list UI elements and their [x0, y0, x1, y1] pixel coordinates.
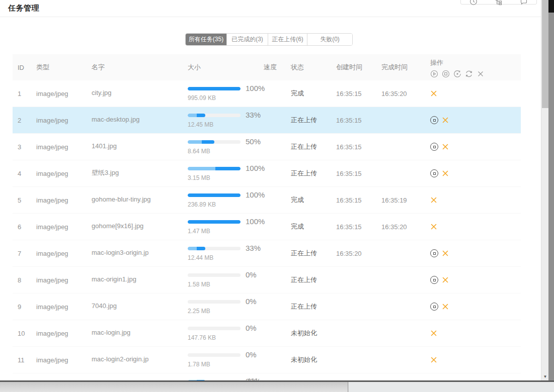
delete-task-button[interactable] — [442, 143, 449, 150]
stop-upload-button[interactable] — [430, 276, 438, 284]
cell-created-time: 16:35:15 — [336, 170, 381, 177]
stop-upload-button[interactable] — [430, 303, 438, 311]
cell-status: 正在上传 — [291, 116, 336, 125]
header-id: ID — [18, 64, 36, 71]
table-row: 10 image/jpeg mac-login.jpg 147.76 KB 0%… — [13, 320, 521, 347]
cell-progress: 1.78 MB 0% — [188, 347, 264, 373]
cell-status: 正在上传 — [291, 249, 336, 258]
cell-name: gohome[9x16].jpg — [92, 222, 188, 231]
file-name: 7040.jpg — [92, 302, 117, 310]
cell-id: 5 — [18, 197, 36, 204]
file-name: mac-origin1.jpg — [92, 275, 136, 283]
cell-name: 7040.jpg — [92, 302, 188, 311]
file-name: gohome-blur-tiny.jpg — [92, 195, 151, 203]
cell-actions — [430, 303, 521, 311]
history-clock-icon[interactable] — [469, 0, 478, 6]
message-bubble-icon[interactable] — [520, 0, 528, 6]
cell-name: city.jpg — [92, 89, 188, 98]
cell-id: 3 — [18, 143, 36, 151]
delete-task-button[interactable] — [430, 90, 437, 97]
cell-status: 正在上传 — [291, 275, 336, 284]
stop-circle-icon[interactable] — [442, 70, 450, 78]
cell-actions — [430, 276, 521, 284]
tab-completed[interactable]: 已完成的(3) — [226, 34, 268, 45]
background-window-dark-edge — [548, 0, 554, 13]
delete-task-button[interactable] — [430, 223, 437, 230]
close-all-icon[interactable] — [477, 70, 485, 78]
tab-failed[interactable]: 失败(0) — [307, 34, 352, 45]
scrollbar-down-button[interactable]: ▼ — [541, 373, 548, 380]
progress-percent: 0% — [246, 324, 257, 332]
file-name: mac-login3-origin.jp — [92, 249, 148, 256]
progress-percent: 0% — [246, 297, 257, 306]
stop-upload-button[interactable] — [430, 143, 438, 151]
refresh-icon[interactable] — [465, 70, 473, 78]
stop-square-icon — [433, 146, 436, 148]
file-name: mac-login.jpg — [92, 329, 130, 336]
cell-type: image/jpeg — [36, 90, 92, 97]
cell-created-time: 16:35:15 — [336, 90, 381, 97]
cell-name: mac-login.jpg — [92, 329, 188, 338]
resume-circle-icon[interactable] — [453, 70, 461, 78]
delete-task-button[interactable] — [430, 330, 437, 337]
scrollbar-thumb[interactable] — [542, 0, 548, 108]
stop-square-icon — [433, 119, 436, 122]
tab-uploading[interactable]: 正在上传(6) — [268, 34, 307, 45]
cell-progress: 12.45 MB 33% — [188, 107, 264, 133]
delete-task-button[interactable] — [442, 276, 449, 283]
cell-name: mac-origin1.jpg — [92, 275, 188, 284]
delete-task-button[interactable] — [442, 170, 449, 177]
progress-bar — [188, 353, 241, 357]
cell-actions — [430, 356, 521, 363]
progress-percent: 100% — [246, 217, 265, 226]
tab-all-tasks[interactable]: 所有任务(35) — [186, 34, 226, 45]
header-name: 名字 — [92, 63, 188, 72]
cell-type: image/jpeg — [36, 143, 92, 151]
progress-bar — [188, 220, 241, 224]
progress-bar — [188, 193, 241, 197]
cell-name: gohome-blur-tiny.jpg — [92, 195, 188, 205]
cell-actions — [430, 116, 521, 124]
progress-fill — [188, 193, 241, 197]
delete-task-button[interactable] — [442, 117, 449, 124]
progress-fill — [188, 114, 205, 117]
file-name: 壁纸3.jpg — [92, 168, 119, 177]
table-row: 8 image/jpeg mac-origin1.jpg 1.58 MB 0% … — [13, 267, 521, 293]
progress-fill — [188, 220, 241, 224]
stop-upload-button[interactable] — [430, 169, 438, 177]
resize-grip-dots[interactable] — [249, 378, 257, 380]
cell-status: 未初始化 — [291, 329, 336, 338]
progress-bar — [188, 167, 241, 170]
cell-progress: 147.76 KB 0% — [188, 320, 264, 346]
cell-id: 4 — [18, 170, 36, 177]
cell-actions — [430, 249, 521, 257]
progress-bar — [188, 247, 241, 250]
stop-upload-button[interactable] — [430, 116, 438, 124]
stop-upload-button[interactable] — [430, 249, 438, 257]
cell-id: 8 — [18, 276, 36, 284]
cell-progress: 1.58 MB 0% — [188, 267, 264, 293]
cell-progress: 1.47 MB 100% — [188, 214, 264, 240]
cell-progress: 236.89 KB 100% — [188, 187, 264, 213]
header-type: 类型 — [36, 63, 92, 72]
cell-type: image/jpeg — [36, 330, 92, 337]
play-circle-icon[interactable] — [430, 70, 438, 78]
progress-bar — [188, 87, 241, 90]
delete-task-button[interactable] — [442, 250, 449, 257]
tree-list-icon[interactable] — [495, 0, 503, 6]
cell-progress: 2.25 MB 0% — [188, 293, 264, 320]
file-name: 1401.jpg — [92, 142, 117, 150]
table-row: 3 image/jpeg 1401.jpg 8.64 MB 50% 正在上传 1… — [13, 134, 521, 160]
progress-percent: 33% — [246, 111, 261, 119]
cell-status: 完成 — [291, 89, 336, 98]
delete-task-button[interactable] — [442, 303, 449, 310]
vertical-scrollbar[interactable]: ▼ — [541, 0, 548, 380]
stop-square-icon — [433, 306, 436, 308]
cell-id: 6 — [18, 223, 36, 231]
cell-actions — [430, 330, 521, 337]
cell-type: image/jpeg — [36, 197, 92, 204]
delete-task-button[interactable] — [430, 356, 437, 363]
delete-task-button[interactable] — [430, 197, 437, 204]
progress-fill — [188, 247, 205, 250]
stop-square-icon — [433, 279, 436, 281]
